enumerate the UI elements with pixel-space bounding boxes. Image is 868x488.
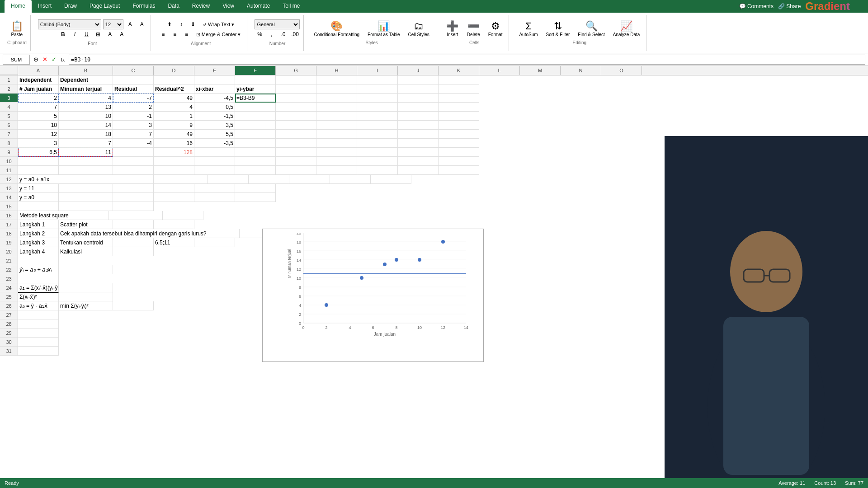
conditional-formatting-btn[interactable]: 🎨 Conditional Formatting bbox=[311, 20, 362, 38]
cell-d11[interactable] bbox=[154, 166, 194, 175]
cell-h10[interactable] bbox=[316, 157, 357, 166]
cell-h2[interactable] bbox=[316, 84, 357, 94]
comma-btn[interactable]: , bbox=[266, 29, 276, 39]
cell-a31[interactable] bbox=[18, 347, 59, 356]
cell-a5[interactable]: 5 bbox=[18, 112, 59, 121]
cell-a10[interactable] bbox=[18, 157, 59, 166]
cell-k3[interactable] bbox=[439, 94, 479, 103]
cell-j1[interactable] bbox=[398, 75, 439, 84]
cell-g7[interactable] bbox=[276, 130, 316, 139]
cell-c9[interactable] bbox=[113, 148, 154, 157]
cell-j11[interactable] bbox=[398, 166, 439, 175]
merge-center-btn[interactable]: ⊡ Merge & Center ▾ bbox=[193, 30, 244, 39]
cell-k10[interactable] bbox=[439, 157, 479, 166]
cell-e8[interactable]: -3,5 bbox=[194, 139, 235, 148]
cell-e19[interactable] bbox=[194, 238, 235, 247]
cell-b20[interactable]: Kalkulasi bbox=[59, 247, 113, 256]
cell-h4[interactable] bbox=[316, 103, 357, 112]
cell-b18[interactable]: Cek apakah data tersebut bisa dihampiri … bbox=[59, 229, 240, 238]
wrap-text-btn[interactable]: ⤾ Wrap Text ▾ bbox=[200, 20, 237, 29]
cell-a15[interactable] bbox=[18, 202, 59, 211]
cell-a25[interactable]: Σ(xᵢ-x̄)² bbox=[18, 292, 59, 301]
cell-c8[interactable]: -4 bbox=[113, 139, 154, 148]
cell-c11[interactable] bbox=[113, 166, 154, 175]
cell-c19[interactable] bbox=[113, 238, 154, 247]
cancel-formula-btn[interactable]: ✕ bbox=[41, 56, 49, 64]
cell-f5[interactable] bbox=[235, 112, 276, 121]
tab-automate[interactable]: Automate bbox=[241, 0, 276, 13]
cell-d17[interactable] bbox=[154, 220, 194, 229]
increase-font-btn[interactable]: A bbox=[125, 19, 135, 29]
cell-f9[interactable] bbox=[235, 148, 276, 157]
cell-f8[interactable] bbox=[235, 139, 276, 148]
share-btn[interactable]: 🔗 Share bbox=[778, 3, 801, 9]
cell-g9[interactable] bbox=[276, 148, 316, 157]
cell-c5[interactable]: -1 bbox=[113, 112, 154, 121]
number-format-select[interactable]: General bbox=[255, 19, 300, 29]
font-color-btn[interactable]: A bbox=[117, 29, 127, 39]
align-center-btn[interactable]: ≡ bbox=[170, 29, 180, 39]
cell-g11[interactable] bbox=[276, 166, 316, 175]
cell-e7[interactable]: 5,5 bbox=[194, 130, 235, 139]
cell-d14[interactable] bbox=[154, 193, 194, 202]
tab-draw[interactable]: Draw bbox=[58, 0, 83, 13]
cell-b7[interactable]: 18 bbox=[59, 130, 113, 139]
cell-b13[interactable] bbox=[59, 184, 113, 193]
format-as-table-btn[interactable]: 📊 Format as Table bbox=[365, 20, 403, 38]
cell-j10[interactable] bbox=[398, 157, 439, 166]
cell-c10[interactable] bbox=[113, 157, 154, 166]
cell-c15[interactable] bbox=[113, 202, 154, 211]
cell-i4[interactable] bbox=[357, 103, 398, 112]
cell-f10[interactable] bbox=[235, 157, 276, 166]
cell-styles-btn[interactable]: 🗂 Cell Styles bbox=[406, 20, 432, 38]
cell-i11[interactable] bbox=[357, 166, 398, 175]
cell-i7[interactable] bbox=[357, 130, 398, 139]
cell-e12[interactable] bbox=[289, 175, 330, 184]
cell-a13[interactable]: y = 11 bbox=[18, 184, 59, 193]
cell-b22[interactable] bbox=[59, 265, 113, 274]
cell-b11[interactable] bbox=[59, 166, 113, 175]
cell-b4[interactable]: 13 bbox=[59, 103, 113, 112]
col-header-g[interactable]: G bbox=[276, 66, 316, 75]
cell-d5[interactable]: 1 bbox=[154, 112, 194, 121]
cell-a22[interactable]: ŷᵢ = a₀ + a₁xᵢ bbox=[18, 265, 59, 274]
cell-f3[interactable]: =B3-B9 bbox=[235, 94, 276, 103]
cell-d3[interactable]: 49 bbox=[154, 94, 194, 103]
cell-a30[interactable] bbox=[18, 338, 59, 347]
cell-c17[interactable] bbox=[113, 220, 154, 229]
cell-e10[interactable] bbox=[194, 157, 235, 166]
cell-d7[interactable]: 49 bbox=[154, 130, 194, 139]
cell-d12[interactable] bbox=[249, 175, 289, 184]
paste-button[interactable]: 📋 Paste bbox=[8, 20, 26, 38]
cell-a29[interactable] bbox=[18, 328, 59, 338]
cell-j4[interactable] bbox=[398, 103, 439, 112]
cell-f2[interactable]: yi-ybar bbox=[235, 84, 276, 94]
cell-f14[interactable] bbox=[235, 193, 276, 202]
insert-function-btn[interactable]: fx bbox=[59, 56, 67, 64]
cell-g8[interactable] bbox=[276, 139, 316, 148]
cell-b17[interactable]: Scatter plot bbox=[59, 220, 113, 229]
cell-e2[interactable]: xi-xbar bbox=[194, 84, 235, 94]
cell-c26[interactable] bbox=[113, 301, 154, 310]
cell-c3[interactable]: -7 bbox=[113, 94, 154, 103]
cell-d8[interactable]: 16 bbox=[154, 139, 194, 148]
cell-g12[interactable] bbox=[371, 175, 411, 184]
col-header-e[interactable]: E bbox=[194, 66, 235, 75]
cell-j8[interactable] bbox=[398, 139, 439, 148]
cell-i9[interactable] bbox=[357, 148, 398, 157]
col-header-n[interactable]: N bbox=[561, 66, 601, 75]
tab-insert[interactable]: Insert bbox=[32, 0, 58, 13]
tab-tell-me[interactable]: Tell me bbox=[276, 0, 306, 13]
increase-decimal-btn[interactable]: .0 bbox=[278, 29, 288, 39]
cell-g10[interactable] bbox=[276, 157, 316, 166]
decrease-font-btn[interactable]: A bbox=[137, 19, 147, 29]
col-header-c[interactable]: C bbox=[113, 66, 154, 75]
cell-e14[interactable] bbox=[194, 193, 235, 202]
cell-d10[interactable] bbox=[154, 157, 194, 166]
cell-a23[interactable] bbox=[18, 274, 59, 283]
align-right-btn[interactable]: ≡ bbox=[182, 29, 192, 39]
cell-e6[interactable]: 3,5 bbox=[194, 121, 235, 130]
col-header-j[interactable]: J bbox=[398, 66, 439, 75]
col-header-l[interactable]: L bbox=[479, 66, 520, 75]
cell-k5[interactable] bbox=[439, 112, 479, 121]
